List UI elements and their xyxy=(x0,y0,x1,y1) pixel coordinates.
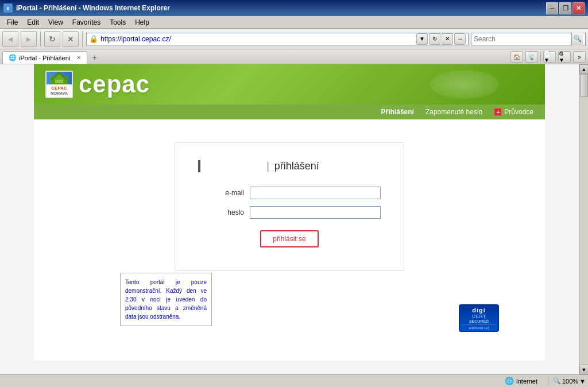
stop-button[interactable]: ✕ xyxy=(63,31,79,47)
menu-file[interactable]: File xyxy=(2,17,22,28)
logo-bottom-text: CEPAC MORAVA xyxy=(49,84,69,97)
digicert-logo: digi xyxy=(472,307,486,314)
search-input[interactable] xyxy=(474,35,571,43)
address-refresh-icon[interactable]: ↻ xyxy=(429,33,440,45)
forward-button[interactable]: ► xyxy=(21,31,37,47)
menu-view[interactable]: View xyxy=(44,17,68,28)
email-input[interactable] xyxy=(250,187,381,199)
digicert-separator xyxy=(462,324,496,325)
site-inner: CEPAC MORAVA cepac Přihlášení Zapomenuté… xyxy=(34,64,545,361)
tab-icon: 🌐 xyxy=(9,54,17,61)
menu-edit[interactable]: Edit xyxy=(22,17,44,28)
address-input-container[interactable]: 🔒 ▼ ↻ ✕ → xyxy=(86,33,469,45)
login-title-bar: | xyxy=(266,160,269,172)
notice-box: Tento portál je pouze demonstrační. Každ… xyxy=(120,273,212,326)
zone-icon: 🌐 xyxy=(505,377,514,385)
site-wrapper: CEPAC MORAVA cepac Přihlášení Zapomenuté… xyxy=(0,64,579,374)
zone-label: Internet xyxy=(516,378,537,385)
portal-nav: Přihlášení Zapomenuté heslo + Průvodce xyxy=(34,105,545,119)
address-icons: ▼ ↻ ✕ → xyxy=(416,33,466,45)
digicert-badge: digi CERT SECURED wildcard ssl xyxy=(459,304,499,332)
zoom-label: 100% xyxy=(562,378,578,385)
site-content: CEPAC MORAVA cepac Přihlášení Zapomenuté… xyxy=(0,64,579,374)
tab-bar-right: 🏠 📡 📄 ▼ ⚙ ▼ » xyxy=(510,51,586,64)
tab-close-icon[interactable]: ✕ xyxy=(76,55,81,61)
address-input[interactable] xyxy=(100,35,416,43)
tools-button[interactable]: ⚙ ▼ xyxy=(558,51,571,63)
scroll-down-button[interactable]: ▼ xyxy=(579,365,588,374)
portal-logo: CEPAC MORAVA cepac xyxy=(45,71,150,98)
status-bar: 🌐 Internet 🔍 100% ▼ xyxy=(0,374,588,387)
address-bar: 🔒 ▼ ↻ ✕ → xyxy=(86,33,469,45)
email-label: e-mail xyxy=(198,189,244,197)
nav-zapomenute-heslo[interactable]: Zapomenuté heslo xyxy=(425,108,482,116)
search-input-box[interactable]: 🔍 xyxy=(471,33,586,45)
status-zone: 🌐 Internet xyxy=(505,377,537,385)
zoom-icon: 🔍 xyxy=(553,377,561,385)
nav-pruvodce[interactable]: + Průvodce xyxy=(494,108,533,116)
page-area: CEPAC MORAVA cepac Přihlášení Zapomenuté… xyxy=(0,64,588,374)
search-container: 🔍 xyxy=(471,33,586,45)
rss-button[interactable]: 📡 xyxy=(525,51,538,63)
tab-separator xyxy=(540,52,541,62)
heslo-label: heslo xyxy=(198,208,244,216)
home-button[interactable]: 🏠 xyxy=(510,51,523,63)
nav-prihlaseni[interactable]: Přihlášení xyxy=(381,108,414,116)
window-controls: ─ ❐ ✕ xyxy=(546,2,585,14)
refresh-button[interactable]: ↻ xyxy=(44,31,60,47)
expand-button[interactable]: » xyxy=(573,51,586,63)
address-stop-icon[interactable]: ✕ xyxy=(442,33,453,45)
zoom-control[interactable]: 🔍 100% ▼ xyxy=(553,377,586,385)
status-separator xyxy=(548,377,548,386)
toolbar-separator-2 xyxy=(82,31,83,47)
window-title: iPortal - Přihlášení - Windows Internet … xyxy=(16,4,170,12)
portal-header: CEPAC MORAVA cepac xyxy=(34,64,545,105)
login-box: | přihlášení e-mail heslo xyxy=(175,142,404,271)
address-lock-icon: 🔒 xyxy=(89,34,98,43)
scroll-thumb[interactable] xyxy=(580,74,588,97)
portal-brand-name: cepac xyxy=(79,71,150,98)
back-button[interactable]: ◄ xyxy=(2,31,18,47)
scroll-track[interactable] xyxy=(579,74,588,365)
restore-button[interactable]: ❐ xyxy=(559,2,571,14)
pruvodce-cross-icon: + xyxy=(494,108,502,116)
page-button[interactable]: 📄 ▼ xyxy=(543,51,556,63)
logo-box: CEPAC MORAVA xyxy=(45,71,73,98)
submit-row: přihlásit se xyxy=(198,230,381,247)
close-button[interactable]: ✕ xyxy=(572,2,585,14)
zoom-dropdown-icon: ▼ xyxy=(579,378,586,385)
address-go-button[interactable]: → xyxy=(454,33,466,45)
submit-button[interactable]: přihlásit se xyxy=(260,230,318,247)
status-right: 🌐 Internet 🔍 100% ▼ xyxy=(505,377,586,386)
tab-bar: 🌐 iPortal - Přihlášení ✕ + 🏠 📡 📄 ▼ ⚙ ▼ » xyxy=(0,49,588,64)
address-dropdown-button[interactable]: ▼ xyxy=(416,33,428,45)
new-tab-button[interactable]: + xyxy=(88,51,101,64)
email-row: e-mail xyxy=(198,187,381,199)
vertical-scrollbar[interactable]: ▲ ▼ xyxy=(579,64,588,374)
scroll-up-button[interactable]: ▲ xyxy=(579,64,588,74)
digicert-name: CERT xyxy=(472,314,486,319)
notice-text: Tento portál je pouze demonstrační. Každ… xyxy=(125,279,207,320)
ie-icon: e xyxy=(3,3,13,13)
heslo-row: heslo xyxy=(198,206,381,219)
title-bar: e iPortal - Přihlášení - Windows Interne… xyxy=(0,0,588,16)
digicert-secured: SECURED xyxy=(469,319,489,323)
menu-bar: File Edit View Favorites Tools Help xyxy=(0,16,588,29)
active-tab[interactable]: 🌐 iPortal - Přihlášení ✕ xyxy=(2,51,87,64)
search-button[interactable]: 🔍 xyxy=(571,33,583,45)
minimize-button[interactable]: ─ xyxy=(546,2,558,14)
toolbar-separator-1 xyxy=(40,31,41,47)
toolbar: ◄ ► ↻ ✕ 🔒 ▼ ↻ ✕ → 🔍 xyxy=(0,29,588,49)
content-area: MENU | přihlášení e-mail xyxy=(34,119,545,361)
menu-favorites[interactable]: Favorites xyxy=(68,17,105,28)
login-area: | přihlášení e-mail heslo xyxy=(34,119,545,294)
logo-box-top xyxy=(47,72,72,84)
menu-tools[interactable]: Tools xyxy=(105,17,130,28)
login-title: | přihlášení xyxy=(198,160,381,172)
menu-help[interactable]: Help xyxy=(130,17,154,28)
header-glow xyxy=(430,70,499,99)
digicert-wildcard: wildcard ssl xyxy=(469,326,489,330)
password-input[interactable] xyxy=(250,206,381,219)
tab-label: iPortal - Přihlášení xyxy=(19,55,71,61)
